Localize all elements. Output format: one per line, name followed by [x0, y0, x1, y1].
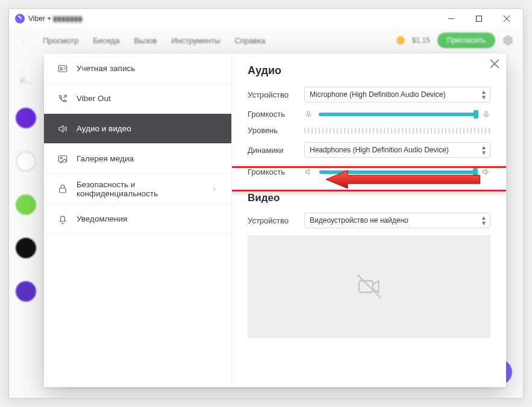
close-modal-button[interactable]: [490, 60, 499, 68]
svg-point-4: [60, 67, 62, 69]
mic-level-label: Уровень: [248, 126, 304, 135]
camera-off-icon: [355, 273, 383, 300]
svg-rect-3: [58, 65, 67, 72]
sidebar-item-label: Безопасность и конфиденциальность: [77, 180, 202, 198]
video-device-select[interactable]: Видеоустройство не найдено: [304, 213, 490, 228]
video-preview: [248, 235, 490, 338]
mic-volume-slider[interactable]: [319, 113, 476, 116]
sidebar-item-audio-video[interactable]: Аудио и видео: [44, 114, 231, 144]
speaker-max-icon: [481, 167, 490, 176]
titlebar: Viber + ▮▮▮▮▮▮▮: [9, 9, 523, 28]
svg-rect-8: [307, 111, 310, 114]
speaker-mute-icon[interactable]: [304, 167, 313, 176]
minimize-button[interactable]: [437, 9, 465, 28]
sidebar-item-security[interactable]: Безопасность и конфиденциальность: [44, 174, 231, 204]
svg-rect-0: [477, 16, 482, 22]
speaker-icon: [57, 123, 68, 134]
sidebar-item-label: Уведомления: [77, 214, 127, 223]
spk-volume-label: Громкость: [248, 167, 304, 176]
bell-icon: [57, 214, 68, 225]
sidebar-item-account[interactable]: Учетная запись: [44, 54, 231, 84]
section-heading-audio: Аудио: [248, 64, 490, 77]
mic-level-meter: [304, 128, 490, 134]
mic-volume-label: Громкость: [248, 110, 304, 119]
phone-out-icon: [57, 93, 68, 104]
sidebar-item-media[interactable]: Галерея медиа: [44, 144, 231, 174]
id-card-icon: [57, 63, 68, 74]
sidebar-item-label: Viber Out: [77, 94, 111, 103]
settings-pane: Аудио Устройство Microphone (High Defini…: [232, 54, 506, 387]
settings-sidebar: Учетная запись Viber Out Аудио и видео Г…: [44, 54, 232, 387]
svg-rect-7: [60, 188, 66, 193]
mic-device-label: Устройство: [248, 90, 304, 99]
mic-max-icon: [482, 110, 490, 119]
svg-rect-9: [485, 111, 487, 114]
close-window-button[interactable]: [493, 9, 521, 28]
chevron-right-icon: [211, 185, 218, 193]
sidebar-item-label: Галерея медиа: [77, 154, 134, 163]
mic-mute-icon[interactable]: [304, 110, 313, 119]
sidebar-item-viber-out[interactable]: Viber Out: [44, 84, 231, 114]
gallery-icon: [57, 154, 68, 164]
svg-point-6: [60, 157, 62, 159]
settings-modal: Учетная запись Viber Out Аудио и видео Г…: [44, 54, 506, 387]
app-window: Viber + ▮▮▮▮▮▮▮ Просмотр Беседа Вызов Ин…: [8, 8, 524, 399]
spk-device-select[interactable]: Headphones (High Definition Audio Device…: [304, 142, 490, 158]
spk-volume-slider[interactable]: [319, 170, 475, 174]
window-title: Viber + ▮▮▮▮▮▮▮: [28, 14, 83, 23]
app-body: Просмотр Беседа Вызов Инструменты Справк…: [9, 28, 523, 398]
viber-icon: [15, 14, 25, 23]
section-heading-video: Видео: [248, 192, 490, 204]
mic-device-select[interactable]: Microphone (High Definition Audio Device…: [304, 87, 490, 102]
sidebar-item-notifications[interactable]: Уведомления: [44, 204, 231, 234]
video-device-label: Устройство: [248, 216, 304, 225]
maximize-button[interactable]: [465, 9, 493, 28]
spk-device-label: Динамики: [248, 146, 304, 155]
lock-icon: [57, 184, 68, 194]
sidebar-item-label: Аудио и видео: [77, 124, 131, 133]
sidebar-item-label: Учетная запись: [77, 64, 135, 73]
